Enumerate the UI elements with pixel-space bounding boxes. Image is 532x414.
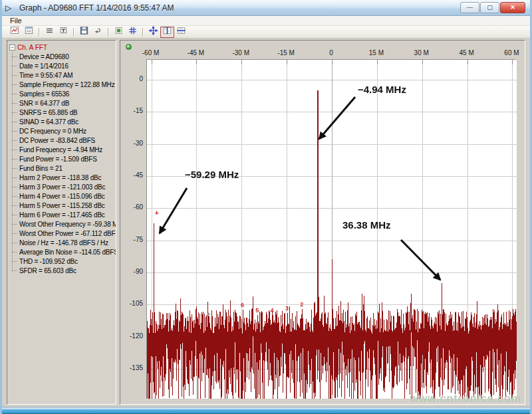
tree-branch-icon — [12, 205, 17, 206]
tree-root-row[interactable]: − Ch. A FFT — [9, 43, 115, 52]
tree-branch-icon — [12, 224, 17, 225]
cursor-button[interactable] — [57, 27, 70, 38]
tree-item[interactable]: SFDR = 65.603 dBc — [12, 266, 115, 275]
tree-item[interactable]: DC Power = -83.842 dBFS — [12, 136, 115, 145]
tree-item[interactable]: Sample Frequency = 122.88 MHz — [12, 80, 115, 89]
gray-blip-icon: ▲ — [206, 312, 211, 315]
tree-item[interactable]: Noise / Hz = -146.78 dBFS / Hz — [12, 238, 115, 247]
pan-icon — [148, 26, 158, 38]
data-list-button[interactable] — [43, 27, 57, 38]
harmonic-marker: 5 — [255, 307, 259, 314]
tree-item[interactable]: Harm 4 Power = -115.096 dBc — [12, 191, 115, 201]
tree-item[interactable]: Harm 6 Power = -117.465 dBc — [12, 210, 115, 219]
y-tick-label: -15 — [122, 107, 143, 114]
tree-item[interactable]: SNRFS = 65.885 dB — [12, 108, 115, 117]
split-vertical-icon — [162, 26, 172, 38]
export-icon — [93, 26, 103, 38]
tree-root-label[interactable]: Ch. A FFT — [17, 44, 47, 51]
tree-branch-icon — [12, 270, 17, 271]
export-button[interactable] — [91, 27, 105, 38]
graph-settings-button[interactable] — [8, 27, 22, 38]
tree-item-label: Fund Power = -1.509 dBFS — [19, 155, 97, 163]
tree-branch-icon — [12, 56, 17, 57]
tree-item-label: Date = 1/14/2016 — [19, 62, 68, 70]
harmonic-marker: 6 — [241, 302, 244, 308]
tree-item[interactable]: DC Frequency = 0 MHz — [12, 126, 115, 136]
title-bar[interactable]: ▷ Graph - AD9680 FFT 1/14/2016 9:55:47 A… — [2, 0, 530, 16]
y-tick-label: -75 — [122, 236, 143, 243]
harmonic-marker: 2 — [300, 301, 303, 308]
tree-branch-icon — [12, 84, 17, 85]
tree-item-label: THD = -109.952 dBc — [19, 258, 78, 265]
save-button[interactable] — [77, 27, 91, 38]
pan-button[interactable] — [146, 27, 160, 38]
tree-item-label: Harm 3 Power = -121.003 dBc — [19, 183, 105, 191]
tree-item-label: Sample Frequency = 122.88 MHz — [19, 81, 114, 88]
tree-item[interactable]: SNR = 64.377 dB — [12, 98, 115, 108]
annotation-label: −59.29 MHz — [185, 169, 239, 180]
watermark: www.cntronics.com — [410, 393, 521, 405]
tree-branch-icon — [12, 252, 17, 253]
x-tick-label: 30 M — [410, 49, 433, 56]
split-horizontal-icon — [176, 26, 186, 38]
tree-item[interactable]: Samples = 65536 — [12, 89, 115, 98]
tree-branch-icon — [12, 131, 17, 132]
y-tick-label: -120 — [122, 332, 143, 340]
tree-item[interactable]: Fund Frequency = -4.94 MHz — [12, 145, 115, 154]
y-tick-label: -30 — [122, 140, 143, 147]
maximize-button[interactable]: ▢ — [480, 2, 499, 13]
tree-item[interactable]: Worst Other Frequency = -59.38 MHz — [12, 219, 115, 229]
tree-item[interactable]: Harm 5 Power = -115.258 dBc — [12, 201, 115, 210]
report-button[interactable] — [22, 27, 36, 38]
menu-file[interactable]: File — [7, 17, 25, 25]
tree-item-label: Harm 5 Power = -115.258 dBc — [19, 202, 105, 209]
grid-button[interactable] — [126, 27, 140, 38]
fft-plot[interactable]: −4.94 MHz−59.29 MHz36.38 MHz23456+▲ — [146, 59, 516, 398]
spectrum-canvas[interactable] — [147, 60, 517, 399]
minimize-button[interactable]: — — [460, 2, 479, 13]
tree-item-label: Average Bin Noise = -114.05 dBFS — [19, 249, 116, 256]
tree-item[interactable]: THD = -109.952 dBc — [12, 257, 115, 266]
close-button[interactable]: ✕ — [500, 2, 525, 13]
grid-icon — [128, 26, 138, 38]
tree-item-label: Harm 4 Power = -115.096 dBc — [19, 193, 105, 200]
tree-item[interactable]: Date = 1/14/2016 — [12, 61, 115, 70]
app-run-icon: ▷ — [5, 3, 16, 13]
tree-branch-icon — [12, 187, 17, 187]
toolbar — [2, 26, 530, 39]
split-horizontal-button[interactable] — [174, 27, 188, 38]
tree-item[interactable]: SINAD = 64.377 dBc — [12, 117, 115, 126]
tree-item[interactable]: Harm 2 Power = -118.38 dBc — [12, 173, 115, 182]
y-tick-label: -90 — [122, 268, 143, 275]
legend-icon — [114, 26, 124, 38]
tree-item[interactable]: Time = 9:55:47 AM — [12, 70, 115, 80]
toolbar-separator — [39, 28, 40, 37]
tree-item[interactable]: Average Bin Noise = -114.05 dBFS — [12, 247, 115, 257]
x-tick-label: -45 M — [184, 49, 207, 56]
tree-item-label: DC Power = -83.842 dBFS — [19, 137, 95, 144]
tree-item[interactable]: Device = AD9680 — [12, 52, 115, 61]
chart-panel: -60 M-45 M-30 M-15 M015 M30 M45 M60 M 0-… — [120, 40, 525, 405]
app-window: ▷ Graph - AD9680 FFT 1/14/2016 9:55:47 A… — [0, 0, 532, 414]
tree-item[interactable]: Harm 3 Power = -121.003 dBc — [12, 182, 115, 191]
x-tick-label: 45 M — [456, 49, 478, 56]
y-tick-label: 0 — [122, 75, 143, 82]
fft-results-tree[interactable]: − Ch. A FFT Device = AD9680Date = 1/14/2… — [7, 40, 116, 405]
legend-button[interactable] — [112, 27, 126, 38]
tree-item-label: SNR = 64.377 dB — [19, 100, 69, 107]
tree-branch-icon — [12, 103, 17, 104]
tree-item[interactable]: Fund Power = -1.509 dBFS — [12, 154, 115, 163]
annotation-label: −4.94 MHz — [358, 84, 406, 95]
harmonic-marker: 4 — [271, 307, 274, 314]
tree-item[interactable]: Fund Bins = 21 — [12, 163, 115, 173]
split-vertical-button[interactable] — [160, 27, 174, 38]
tree-branch-icon — [12, 66, 17, 66]
collapse-expander-icon[interactable]: − — [9, 45, 15, 51]
x-tick-label: -60 M — [140, 49, 162, 56]
tree-branch-icon — [12, 75, 17, 76]
cursor-icon — [59, 26, 68, 38]
tree-item[interactable]: Worst Other Power = -67.112 dBFS — [12, 229, 115, 238]
tree-item-label: SINAD = 64.377 dBc — [19, 118, 78, 126]
window-bottom-border — [2, 407, 530, 414]
y-tick-label: -45 — [122, 171, 143, 179]
